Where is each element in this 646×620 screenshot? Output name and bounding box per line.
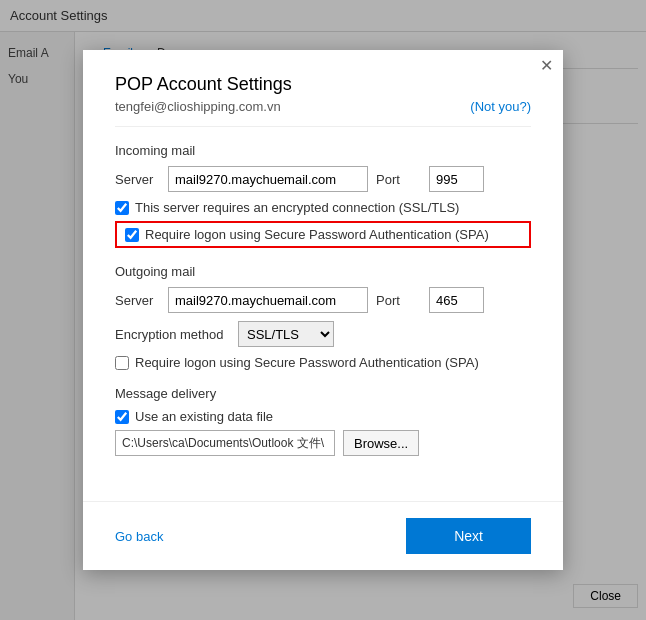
message-delivery-label: Message delivery [115,386,531,401]
modal-title: POP Account Settings [115,74,531,95]
outgoing-server-input[interactable] [168,287,368,313]
browse-button[interactable]: Browse... [343,430,419,456]
existing-file-label: Use an existing data file [135,409,273,424]
incoming-port-input[interactable] [429,166,484,192]
encryption-method-label: Encryption method [115,327,230,342]
incoming-spa-label: Require logon using Secure Password Auth… [145,227,489,242]
encryption-method-select[interactable]: SSL/TLS STARTTLS None [238,321,334,347]
outgoing-spa-checkbox-row: Require logon using Secure Password Auth… [115,355,531,370]
modal-close-button[interactable]: ✕ [540,58,553,74]
outgoing-server-row: Server Port [115,287,531,313]
go-back-button[interactable]: Go back [115,529,163,544]
incoming-mail-label: Incoming mail [115,143,531,158]
incoming-ssl-checkbox-row: This server requires an encrypted connec… [115,200,531,215]
modal-body: POP Account Settings tengfei@clioshippin… [83,50,563,501]
not-you-link[interactable]: (Not you?) [470,99,531,114]
outgoing-port-input[interactable] [429,287,484,313]
next-button[interactable]: Next [406,518,531,554]
incoming-server-label: Server [115,172,160,187]
data-file-row: Browse... [115,430,531,456]
data-file-path-input[interactable] [115,430,335,456]
divider-top [115,126,531,127]
outgoing-spa-checkbox[interactable] [115,356,129,370]
modal-email-address: tengfei@clioshipping.com.vn [115,99,281,114]
modal-overlay: ✕ POP Account Settings tengfei@clioshipp… [0,0,646,620]
outgoing-server-label: Server [115,293,160,308]
encryption-method-row: Encryption method SSL/TLS STARTTLS None [115,321,531,347]
incoming-ssl-checkbox[interactable] [115,201,129,215]
existing-file-checkbox-row: Use an existing data file [115,409,531,424]
incoming-server-input[interactable] [168,166,368,192]
incoming-ssl-label: This server requires an encrypted connec… [135,200,459,215]
existing-file-checkbox[interactable] [115,410,129,424]
incoming-port-label: Port [376,172,421,187]
modal-footer: Go back Next [83,501,563,570]
outgoing-mail-label: Outgoing mail [115,264,531,279]
incoming-spa-highlighted-row: Require logon using Secure Password Auth… [115,221,531,248]
incoming-spa-checkbox[interactable] [125,228,139,242]
message-delivery-section: Message delivery Use an existing data fi… [115,386,531,456]
outgoing-spa-label: Require logon using Secure Password Auth… [135,355,479,370]
incoming-server-row: Server Port [115,166,531,192]
outgoing-port-label: Port [376,293,421,308]
pop-account-settings-dialog: ✕ POP Account Settings tengfei@clioshipp… [83,50,563,570]
modal-email-row: tengfei@clioshipping.com.vn (Not you?) [115,99,531,114]
